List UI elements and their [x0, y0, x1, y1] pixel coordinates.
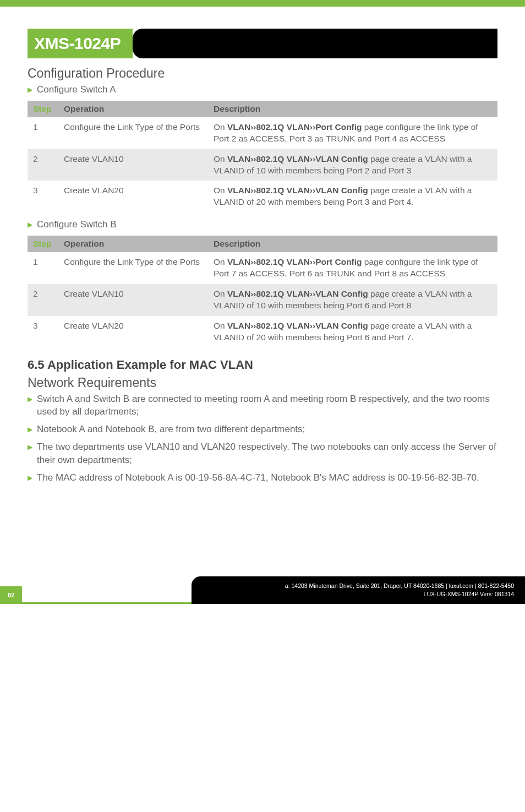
table-row: 1 Configure the Link Type of the Ports O… [28, 252, 497, 284]
cell-operation: Configure the Link Type of the Ports [58, 252, 208, 284]
th-operation: Operation [58, 236, 208, 252]
table-row: 1 Configure the Link Type of the Ports O… [28, 117, 497, 149]
net-req-bullet: ▶ Switch A and Switch B are connected to… [28, 393, 497, 419]
cell-step: 2 [28, 284, 58, 316]
cell-step: 1 [28, 117, 58, 149]
cell-operation: Create VLAN10 [58, 149, 208, 181]
cell-operation: Create VLAN10 [58, 284, 208, 316]
bullet-text: The MAC address of Notebook A is 00-19-5… [37, 471, 497, 484]
triangle-icon: ▶ [28, 474, 32, 482]
bullet-switch-b: ▶ Configure Switch B [28, 218, 497, 231]
cell-step: 3 [28, 316, 58, 348]
table-row: 3 Create VLAN20 On VLAN››802.1Q VLAN››VL… [28, 181, 497, 212]
footer-left: 82 [0, 576, 192, 603]
title-black-bar [133, 29, 497, 58]
vlan-path: VLAN››802.1Q VLAN››VLAN Config [227, 321, 368, 330]
footer-green-line [22, 586, 192, 604]
page-number: 82 [0, 586, 22, 604]
footer-right: a: 14203 Minuteman Drive, Suite 201, Dra… [192, 576, 525, 603]
triangle-icon: ▶ [28, 443, 32, 451]
section-6-5-heading: 6.5 Application Example for MAC VLAN [28, 358, 497, 372]
th-description: Description [208, 101, 497, 117]
cell-step: 3 [28, 181, 58, 212]
table-row: 2 Create VLAN10 On VLAN››802.1Q VLAN››VL… [28, 149, 497, 181]
bullet-text: Configure Switch A [37, 83, 497, 96]
vlan-path: VLAN››802.1Q VLAN››VLAN Config [227, 186, 368, 195]
net-req-bullet: ▶ The MAC address of Notebook A is 00-19… [28, 471, 497, 484]
table-row: 2 Create VLAN10 On VLAN››802.1Q VLAN››VL… [28, 284, 497, 316]
page-footer: 82 a: 14203 Minuteman Drive, Suite 201, … [0, 576, 525, 603]
cell-description: On VLAN››802.1Q VLAN››Port Config page c… [208, 252, 497, 284]
bullet-text: Switch A and Switch B are connected to m… [37, 393, 497, 419]
footer-address: a: 14203 Minuteman Drive, Suite 201, Dra… [197, 582, 514, 590]
vlan-path: VLAN››802.1Q VLAN››Port Config [227, 122, 362, 132]
table-switch-b: Step Operation Description 1 Configure t… [28, 236, 497, 348]
cell-description: On VLAN››802.1Q VLAN››VLAN Config page c… [208, 181, 497, 212]
cell-operation: Create VLAN20 [58, 181, 208, 212]
vlan-path: VLAN››802.1Q VLAN››VLAN Config [227, 154, 368, 164]
table-switch-a: Step Operation Description 1 Configure t… [28, 101, 497, 213]
th-operation: Operation [58, 101, 208, 117]
triangle-icon: ▶ [28, 395, 32, 403]
triangle-icon: ▶ [28, 86, 32, 94]
network-requirements-heading: Network Requirements [28, 375, 497, 390]
cell-operation: Configure the Link Type of the Ports [58, 117, 208, 149]
triangle-icon: ▶ [28, 221, 32, 228]
cell-description: On VLAN››802.1Q VLAN››Port Config page c… [208, 117, 497, 149]
footer-version: LUX-UG-XMS-1024P Vers: 081314 [197, 590, 514, 598]
cell-description: On VLAN››802.1Q VLAN››VLAN Config page c… [208, 149, 497, 181]
cell-step: 1 [28, 252, 58, 284]
title-bar: XMS-1024P [28, 29, 497, 58]
table-row: 3 Create VLAN20 On VLAN››802.1Q VLAN››VL… [28, 316, 497, 348]
bullet-text: The two departments use VLAN10 and VLAN2… [37, 440, 497, 467]
cell-operation: Create VLAN20 [58, 316, 208, 348]
net-req-bullet: ▶ The two departments use VLAN10 and VLA… [28, 440, 497, 467]
spacer [28, 488, 497, 576]
product-title: XMS-1024P [28, 29, 133, 58]
vlan-path: VLAN››802.1Q VLAN››Port Config [227, 257, 362, 266]
th-description: Description [208, 236, 497, 252]
triangle-icon: ▶ [28, 426, 32, 433]
config-procedure-heading: Configuration Procedure [28, 66, 497, 81]
net-req-bullet: ▶ Notebook A and Notebook B, are from tw… [28, 423, 497, 436]
th-step: Step [28, 101, 58, 117]
cell-description: On VLAN››802.1Q VLAN››VLAN Config page c… [208, 284, 497, 316]
bullet-text: Configure Switch B [37, 218, 497, 231]
vlan-path: VLAN››802.1Q VLAN››VLAN Config [227, 289, 368, 298]
cell-step: 2 [28, 149, 58, 181]
cell-description: On VLAN››802.1Q VLAN››VLAN Config page c… [208, 316, 497, 348]
th-step: Step [28, 236, 58, 252]
page-content: XMS-1024P Configuration Procedure ▶ Conf… [0, 0, 525, 576]
bullet-text: Notebook A and Notebook B, are from two … [37, 423, 497, 436]
bullet-switch-a: ▶ Configure Switch A [28, 83, 497, 96]
